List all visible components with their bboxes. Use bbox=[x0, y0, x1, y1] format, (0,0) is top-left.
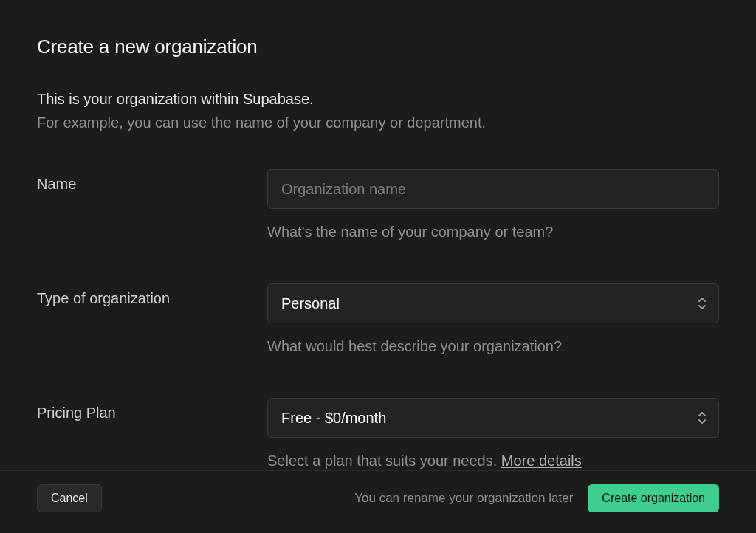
form-body: Name What's the name of your company or … bbox=[0, 134, 756, 470]
plan-value: Free - $0/month bbox=[281, 410, 386, 427]
intro-subtext: For example, you can use the name of you… bbox=[37, 111, 719, 134]
plan-hint: Select a plan that suits your needs. Mor… bbox=[267, 453, 719, 470]
name-field: What's the name of your company or team? bbox=[267, 169, 719, 241]
type-field: Personal What would best describe your o… bbox=[267, 283, 719, 355]
plan-field: Free - $0/month Select a plan that suits… bbox=[267, 398, 719, 470]
pricing-plan-select[interactable]: Free - $0/month bbox=[267, 398, 719, 438]
organization-type-select[interactable]: Personal bbox=[267, 283, 719, 323]
type-hint: What would best describe your organizati… bbox=[267, 338, 719, 355]
dialog-footer: Cancel You can rename your organization … bbox=[0, 470, 756, 533]
plan-hint-text: Select a plan that suits your needs. bbox=[267, 453, 501, 469]
create-organization-dialog: Create a new organization This is your o… bbox=[0, 0, 756, 533]
intro-text: This is your organization within Supabas… bbox=[37, 88, 719, 110]
dialog-header: Create a new organization bbox=[0, 0, 756, 58]
name-label: Name bbox=[37, 169, 267, 193]
type-label: Type of organization bbox=[37, 283, 267, 307]
name-hint: What's the name of your company or team? bbox=[267, 224, 719, 241]
dialog-title: Create a new organization bbox=[37, 35, 719, 58]
cancel-button[interactable]: Cancel bbox=[37, 484, 102, 512]
plan-row: Pricing Plan Free - $0/month Select a pl… bbox=[37, 398, 719, 470]
type-value: Personal bbox=[281, 295, 340, 312]
intro-section: This is your organization within Supabas… bbox=[0, 58, 756, 134]
name-row: Name What's the name of your company or … bbox=[37, 169, 719, 241]
footer-note: You can rename your organization later bbox=[354, 491, 573, 506]
more-details-link[interactable]: More details bbox=[501, 453, 582, 469]
organization-name-input[interactable] bbox=[267, 169, 719, 209]
type-row: Type of organization Personal What would… bbox=[37, 283, 719, 355]
create-organization-button[interactable]: Create organization bbox=[588, 484, 719, 512]
plan-label: Pricing Plan bbox=[37, 398, 267, 422]
